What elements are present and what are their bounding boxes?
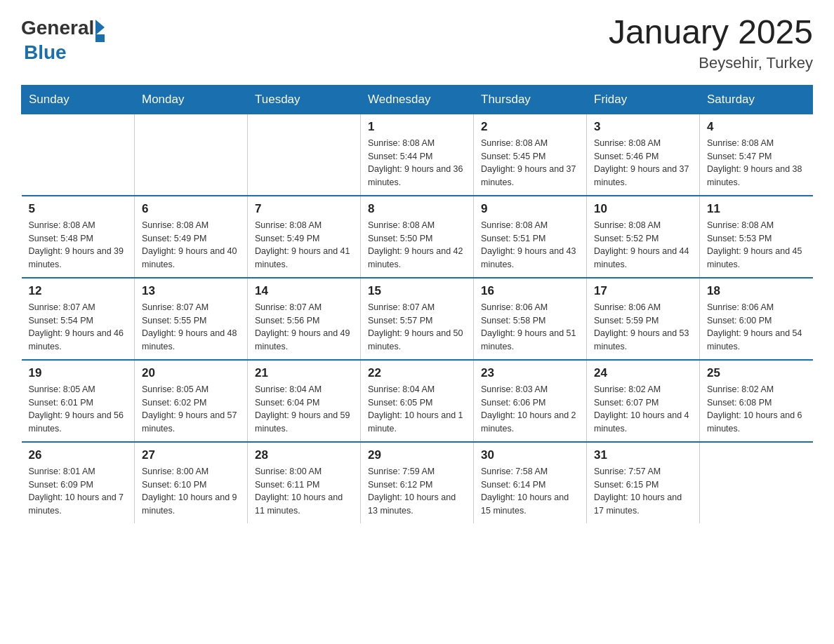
day-info: Sunrise: 8:06 AM Sunset: 5:58 PM Dayligh… bbox=[481, 301, 579, 354]
day-number: 28 bbox=[255, 448, 353, 462]
day-number: 12 bbox=[29, 284, 128, 298]
week-row-1: 1Sunrise: 8:08 AM Sunset: 5:44 PM Daylig… bbox=[22, 114, 813, 196]
day-cell-30: 30Sunrise: 7:58 AM Sunset: 6:14 PM Dayli… bbox=[474, 442, 587, 523]
logo: General Blue bbox=[21, 14, 105, 64]
day-header-wednesday: Wednesday bbox=[361, 85, 474, 114]
day-cell-11: 11Sunrise: 8:08 AM Sunset: 5:53 PM Dayli… bbox=[700, 196, 813, 278]
week-row-3: 12Sunrise: 8:07 AM Sunset: 5:54 PM Dayli… bbox=[22, 278, 813, 360]
day-header-monday: Monday bbox=[135, 85, 248, 114]
empty-cell bbox=[22, 114, 135, 196]
day-number: 26 bbox=[29, 448, 128, 462]
day-number: 23 bbox=[481, 366, 579, 380]
day-cell-5: 5Sunrise: 8:08 AM Sunset: 5:48 PM Daylig… bbox=[22, 196, 135, 278]
day-info: Sunrise: 8:00 AM Sunset: 6:11 PM Dayligh… bbox=[255, 465, 353, 518]
empty-cell bbox=[700, 442, 813, 523]
day-header-thursday: Thursday bbox=[474, 85, 587, 114]
day-info: Sunrise: 8:01 AM Sunset: 6:09 PM Dayligh… bbox=[29, 465, 128, 518]
day-cell-22: 22Sunrise: 8:04 AM Sunset: 6:05 PM Dayli… bbox=[361, 360, 474, 442]
week-row-2: 5Sunrise: 8:08 AM Sunset: 5:48 PM Daylig… bbox=[22, 196, 813, 278]
day-cell-13: 13Sunrise: 8:07 AM Sunset: 5:55 PM Dayli… bbox=[135, 278, 248, 360]
day-info: Sunrise: 7:58 AM Sunset: 6:14 PM Dayligh… bbox=[481, 465, 579, 518]
day-number: 20 bbox=[142, 366, 240, 380]
day-cell-20: 20Sunrise: 8:05 AM Sunset: 6:02 PM Dayli… bbox=[135, 360, 248, 442]
day-number: 29 bbox=[368, 448, 466, 462]
day-number: 2 bbox=[481, 120, 579, 134]
day-header-tuesday: Tuesday bbox=[248, 85, 361, 114]
day-info: Sunrise: 8:06 AM Sunset: 6:00 PM Dayligh… bbox=[707, 301, 806, 354]
day-info: Sunrise: 8:07 AM Sunset: 5:56 PM Dayligh… bbox=[255, 301, 353, 354]
day-info: Sunrise: 7:59 AM Sunset: 6:12 PM Dayligh… bbox=[368, 465, 466, 518]
day-number: 22 bbox=[368, 366, 466, 380]
day-number: 6 bbox=[142, 202, 240, 216]
day-cell-15: 15Sunrise: 8:07 AM Sunset: 5:57 PM Dayli… bbox=[361, 278, 474, 360]
logo-blue-text: Blue bbox=[24, 42, 67, 64]
day-info: Sunrise: 8:04 AM Sunset: 6:04 PM Dayligh… bbox=[255, 383, 353, 436]
day-info: Sunrise: 7:57 AM Sunset: 6:15 PM Dayligh… bbox=[594, 465, 692, 518]
day-cell-2: 2Sunrise: 8:08 AM Sunset: 5:45 PM Daylig… bbox=[474, 114, 587, 196]
day-cell-28: 28Sunrise: 8:00 AM Sunset: 6:11 PM Dayli… bbox=[248, 442, 361, 523]
day-number: 14 bbox=[255, 284, 353, 298]
day-info: Sunrise: 8:08 AM Sunset: 5:45 PM Dayligh… bbox=[481, 137, 579, 189]
day-header-sunday: Sunday bbox=[22, 85, 135, 114]
day-number: 24 bbox=[594, 366, 692, 380]
empty-cell bbox=[248, 114, 361, 196]
day-number: 16 bbox=[481, 284, 579, 298]
day-number: 18 bbox=[707, 284, 806, 298]
day-number: 17 bbox=[594, 284, 692, 298]
day-cell-21: 21Sunrise: 8:04 AM Sunset: 6:04 PM Dayli… bbox=[248, 360, 361, 442]
day-info: Sunrise: 8:08 AM Sunset: 5:47 PM Dayligh… bbox=[707, 137, 806, 189]
day-cell-16: 16Sunrise: 8:06 AM Sunset: 5:58 PM Dayli… bbox=[474, 278, 587, 360]
day-cell-26: 26Sunrise: 8:01 AM Sunset: 6:09 PM Dayli… bbox=[22, 442, 135, 523]
day-info: Sunrise: 8:02 AM Sunset: 6:08 PM Dayligh… bbox=[707, 383, 806, 436]
day-info: Sunrise: 8:00 AM Sunset: 6:10 PM Dayligh… bbox=[142, 465, 240, 518]
day-cell-8: 8Sunrise: 8:08 AM Sunset: 5:50 PM Daylig… bbox=[361, 196, 474, 278]
day-number: 19 bbox=[29, 366, 128, 380]
day-number: 4 bbox=[707, 120, 806, 134]
day-number: 15 bbox=[368, 284, 466, 298]
day-cell-1: 1Sunrise: 8:08 AM Sunset: 5:44 PM Daylig… bbox=[361, 114, 474, 196]
day-info: Sunrise: 8:02 AM Sunset: 6:07 PM Dayligh… bbox=[594, 383, 692, 436]
day-number: 9 bbox=[481, 202, 579, 216]
day-cell-18: 18Sunrise: 8:06 AM Sunset: 6:00 PM Dayli… bbox=[700, 278, 813, 360]
day-header-saturday: Saturday bbox=[700, 85, 813, 114]
day-info: Sunrise: 8:08 AM Sunset: 5:48 PM Dayligh… bbox=[29, 219, 128, 271]
day-cell-27: 27Sunrise: 8:00 AM Sunset: 6:10 PM Dayli… bbox=[135, 442, 248, 523]
day-number: 8 bbox=[368, 202, 466, 216]
day-number: 13 bbox=[142, 284, 240, 298]
day-number: 11 bbox=[707, 202, 806, 216]
day-number: 21 bbox=[255, 366, 353, 380]
month-title: January 2025 bbox=[609, 14, 813, 51]
day-cell-29: 29Sunrise: 7:59 AM Sunset: 6:12 PM Dayli… bbox=[361, 442, 474, 523]
day-info: Sunrise: 8:07 AM Sunset: 5:54 PM Dayligh… bbox=[29, 301, 128, 354]
day-number: 7 bbox=[255, 202, 353, 216]
day-number: 25 bbox=[707, 366, 806, 380]
day-info: Sunrise: 8:05 AM Sunset: 6:02 PM Dayligh… bbox=[142, 383, 240, 436]
day-cell-4: 4Sunrise: 8:08 AM Sunset: 5:47 PM Daylig… bbox=[700, 114, 813, 196]
day-cell-17: 17Sunrise: 8:06 AM Sunset: 5:59 PM Dayli… bbox=[587, 278, 700, 360]
title-block: January 2025 Beysehir, Turkey bbox=[609, 14, 813, 72]
day-cell-6: 6Sunrise: 8:08 AM Sunset: 5:49 PM Daylig… bbox=[135, 196, 248, 278]
day-cell-9: 9Sunrise: 8:08 AM Sunset: 5:51 PM Daylig… bbox=[474, 196, 587, 278]
calendar-table: SundayMondayTuesdayWednesdayThursdayFrid… bbox=[21, 85, 813, 523]
day-info: Sunrise: 8:08 AM Sunset: 5:52 PM Dayligh… bbox=[594, 219, 692, 271]
day-info: Sunrise: 8:05 AM Sunset: 6:01 PM Dayligh… bbox=[29, 383, 128, 436]
day-header-friday: Friday bbox=[587, 85, 700, 114]
day-info: Sunrise: 8:08 AM Sunset: 5:50 PM Dayligh… bbox=[368, 219, 466, 271]
day-cell-23: 23Sunrise: 8:03 AM Sunset: 6:06 PM Dayli… bbox=[474, 360, 587, 442]
week-row-4: 19Sunrise: 8:05 AM Sunset: 6:01 PM Dayli… bbox=[22, 360, 813, 442]
day-number: 5 bbox=[29, 202, 128, 216]
day-info: Sunrise: 8:04 AM Sunset: 6:05 PM Dayligh… bbox=[368, 383, 466, 436]
day-info: Sunrise: 8:06 AM Sunset: 5:59 PM Dayligh… bbox=[594, 301, 692, 354]
day-info: Sunrise: 8:08 AM Sunset: 5:44 PM Dayligh… bbox=[368, 137, 466, 189]
day-cell-31: 31Sunrise: 7:57 AM Sunset: 6:15 PM Dayli… bbox=[587, 442, 700, 523]
day-number: 31 bbox=[594, 448, 692, 462]
day-info: Sunrise: 8:07 AM Sunset: 5:57 PM Dayligh… bbox=[368, 301, 466, 354]
day-cell-3: 3Sunrise: 8:08 AM Sunset: 5:46 PM Daylig… bbox=[587, 114, 700, 196]
week-row-5: 26Sunrise: 8:01 AM Sunset: 6:09 PM Dayli… bbox=[22, 442, 813, 523]
days-header-row: SundayMondayTuesdayWednesdayThursdayFrid… bbox=[22, 85, 813, 114]
day-number: 10 bbox=[594, 202, 692, 216]
day-info: Sunrise: 8:07 AM Sunset: 5:55 PM Dayligh… bbox=[142, 301, 240, 354]
day-number: 1 bbox=[368, 120, 466, 134]
day-info: Sunrise: 8:08 AM Sunset: 5:46 PM Dayligh… bbox=[594, 137, 692, 189]
page-header: General Blue January 2025 Beysehir, Turk… bbox=[21, 14, 813, 72]
